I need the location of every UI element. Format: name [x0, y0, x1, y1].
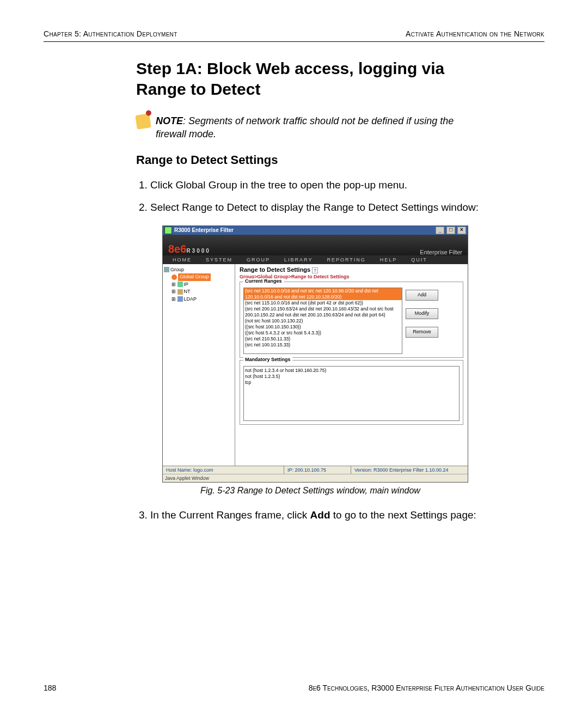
- maximize-button[interactable]: □: [446, 227, 455, 234]
- tree-children: Global Group ⊞ IP ⊞ NT ⊞ LDAP: [164, 273, 234, 303]
- list-item[interactable]: (src net 120.10.0.0/16 and not src net 1…: [244, 288, 402, 300]
- current-ranges-label: Current Ranges: [243, 278, 284, 284]
- menu-reporting[interactable]: REPORTING: [320, 255, 372, 264]
- step-1: Click Global Group in the tree to open t…: [150, 178, 485, 193]
- menu-quit[interactable]: QUIT: [405, 255, 434, 264]
- step-3a: In the Current Ranges frame, click: [150, 509, 310, 521]
- brand-left: 8e6: [168, 243, 186, 255]
- note-text: NOTE: Segments of network traffic should…: [156, 114, 485, 141]
- mandatory-settings-label: Mandatory Settings: [243, 357, 292, 362]
- list-item[interactable]: (not src host 100.10.130.22): [244, 318, 402, 324]
- add-button[interactable]: Add: [406, 290, 438, 301]
- list-item[interactable]: (src net 200.10.150.63/24 and dst net 20…: [244, 306, 402, 318]
- mandatory-settings-box[interactable]: not (host 1.2.3.4 or host 190.160.20.75)…: [243, 366, 460, 421]
- window-title: R3000 Enterprise Filter: [174, 227, 234, 233]
- nav-tree[interactable]: Group Global Group ⊞ IP ⊞ NT ⊞ LDAP: [163, 264, 235, 466]
- tree-ip-label: IP: [184, 282, 189, 287]
- help-icon[interactable]: ?: [312, 267, 318, 273]
- tree-nt-label: NT: [184, 289, 191, 294]
- header-left: Chapter 5: Authentication Deployment: [44, 29, 177, 38]
- step-2: Select Range to Detect to display the Ra…: [150, 200, 485, 215]
- group-icon: [164, 267, 169, 272]
- menu-help[interactable]: HELP: [373, 255, 404, 264]
- footer-line: 8e6 Technologies, R3000 Enterprise Filte…: [309, 684, 544, 692]
- current-ranges-group: Current Ranges (src net 120.10.0.0/16 an…: [240, 282, 463, 358]
- brand-right: Enterprise Filter: [420, 249, 462, 255]
- tree-ldap[interactable]: ⊞ LDAP: [171, 296, 197, 302]
- panel-title: Range to Detect Settings?: [240, 266, 463, 273]
- status-bar: Host Name: logo.com IP: 200.10.100.75 Ve…: [163, 466, 468, 474]
- status-host: Host Name: logo.com: [163, 466, 284, 474]
- tree-root-label: Group: [170, 267, 184, 272]
- list-item[interactable]: (src net 210.50.11.33): [244, 336, 402, 342]
- app-icon: [164, 227, 172, 234]
- note-block: NOTE: Segments of network traffic should…: [136, 114, 485, 141]
- tree-ldap-label: LDAP: [184, 296, 197, 302]
- brand-logo: 8e6R3000: [168, 243, 211, 255]
- tree-nt[interactable]: ⊞ NT: [171, 289, 191, 294]
- mandatory-line: tcp: [245, 380, 458, 386]
- step-3b: Add: [310, 509, 330, 521]
- step-list: Click Global Group in the tree to open t…: [136, 178, 485, 215]
- menu-group[interactable]: GROUP: [240, 255, 277, 264]
- menu-system[interactable]: SYSTEM: [199, 255, 239, 264]
- ip-icon: [177, 282, 183, 287]
- status-version: Version: R3000 Enterprise Filter 1.10.00…: [351, 466, 468, 474]
- list-item[interactable]: ((src host 100.10.150.130)): [244, 324, 402, 330]
- note-icon: [135, 113, 151, 129]
- ldap-icon: [177, 296, 183, 302]
- note-body: : Segments of network traffic should not…: [156, 115, 454, 139]
- step-3: In the Current Ranges frame, click Add t…: [150, 508, 485, 523]
- running-header: Chapter 5: Authentication Deployment Act…: [44, 29, 544, 42]
- page-heading: Step 1A: Block Web access, logging via R…: [136, 58, 485, 99]
- mandatory-line: not (host 1.2.3.5): [245, 374, 458, 380]
- list-item[interactable]: (src net 100.10.15.33): [244, 342, 402, 348]
- status-ip: IP: 200.10.100.75: [284, 466, 351, 474]
- menu-home[interactable]: HOME: [166, 255, 198, 264]
- main-panel: Range to Detect Settings? Group>Global G…: [235, 264, 468, 466]
- range-buttons: Add Modify Remove: [406, 288, 438, 354]
- panel-title-text: Range to Detect Settings: [240, 266, 310, 273]
- modify-button[interactable]: Modify: [406, 308, 438, 319]
- list-item[interactable]: (src net 115.10.0.0/16 and not (dst port…: [244, 300, 402, 306]
- globe-icon: [171, 274, 177, 280]
- tree-global-group[interactable]: Global Group: [178, 273, 211, 281]
- current-ranges-list[interactable]: (src net 120.10.0.0/16 and not src net 1…: [243, 288, 402, 354]
- minimize-button[interactable]: _: [436, 227, 444, 234]
- page-number: 188: [44, 684, 56, 692]
- tree-root[interactable]: Group: [164, 266, 234, 274]
- list-item[interactable]: ((src host 5.4.3.2 or src host 5.4.3.3)): [244, 330, 402, 336]
- brand-bar: 8e6R3000 Enterprise Filter: [163, 235, 468, 255]
- remove-button[interactable]: Remove: [406, 327, 438, 338]
- page-footer: 188 8e6 Technologies, R3000 Enterprise F…: [44, 684, 544, 692]
- subheading: Range to Detect Settings: [136, 153, 485, 167]
- menu-bar: HOME SYSTEM GROUP LIBRARY REPORTING HELP…: [163, 255, 468, 264]
- figure-caption: Fig. 5-23 Range to Detect Settings windo…: [136, 486, 485, 496]
- app-window: R3000 Enterprise Filter _ □ × 8e6R3000 E…: [162, 225, 468, 483]
- step-list-continued: In the Current Ranges frame, click Add t…: [136, 508, 485, 523]
- java-status: Java Applet Window: [163, 474, 468, 482]
- nt-icon: [177, 289, 183, 295]
- menu-library[interactable]: LIBRARY: [278, 255, 319, 264]
- note-label: NOTE: [156, 115, 183, 126]
- window-controls: _ □ ×: [435, 227, 466, 234]
- header-right: Activate Authentication on the Network: [406, 29, 544, 38]
- brand-sub: R3000: [186, 248, 210, 254]
- step-3c: to go to the next Settings page:: [330, 509, 476, 521]
- mandatory-line: not (host 1.2.3.4 or host 190.160.20.75): [245, 368, 458, 374]
- titlebar: R3000 Enterprise Filter _ □ ×: [163, 226, 468, 235]
- tree-ip[interactable]: ⊞ IP: [171, 282, 188, 287]
- mandatory-settings-group: Mandatory Settings not (host 1.2.3.4 or …: [240, 360, 463, 425]
- close-button[interactable]: ×: [457, 227, 466, 234]
